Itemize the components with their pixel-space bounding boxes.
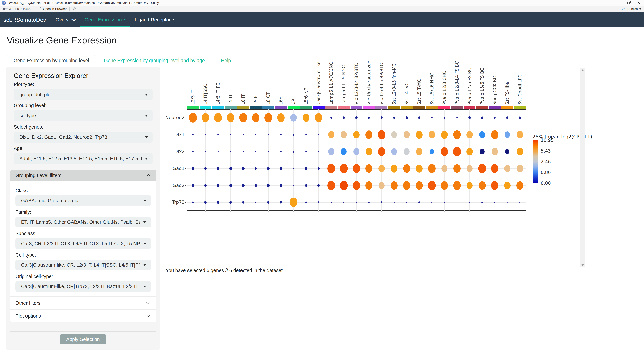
expression-dot xyxy=(418,201,420,203)
expression-dot xyxy=(254,184,257,187)
gene-selection-status: You have selected 6 genes // 6 detected … xyxy=(166,268,282,273)
expression-dot xyxy=(356,202,357,203)
cell-type-select[interactable]: Car3|Claustrum-like, CR, L2/3 IT, L4 IT|… xyxy=(16,260,151,270)
tab-help[interactable]: Help xyxy=(213,55,239,66)
gridline-vertical xyxy=(520,109,520,211)
nav-item-ligand-receptor[interactable]: Ligand-Receptor xyxy=(130,12,179,27)
gridline-horizontal xyxy=(187,202,526,203)
plot-scrollbar[interactable] xyxy=(580,68,585,268)
age-select[interactable]: Adult, E11.5, E12.5, E13.5, E14.5, E15.5… xyxy=(14,153,152,164)
viewer-toolbar: http://127.0.0.1:4482 Open in Browser ⟳ … xyxy=(0,6,644,12)
gridline-vertical xyxy=(306,109,306,211)
tab-gene-expression-by-grouping-level[interactable]: Gene Expression by grouping level xyxy=(7,55,96,66)
original-cell-type-select[interactable]: Car3|Claustrum-like, CR|Trp73, L2/3 IT|B… xyxy=(16,281,151,292)
column-label: Sst|L5/L6 NMC xyxy=(429,29,434,105)
select-genes-select[interactable]: Dlx1, Dlx2, Gad1, Gad2, Neurod2, Trp73 xyxy=(14,132,152,143)
axis-tick xyxy=(318,211,319,212)
column-label: CR xyxy=(291,29,296,105)
grouping-level-filters-header[interactable]: Grouping Level filters xyxy=(10,170,156,181)
restore-button[interactable] xyxy=(623,0,634,5)
nav-item-overview[interactable]: Overview xyxy=(51,12,80,27)
expression-dot xyxy=(479,181,486,190)
expression-dot xyxy=(416,165,422,173)
expression-dot xyxy=(478,164,486,173)
column-label: Vip|Uncharacterized xyxy=(366,29,372,105)
subclass-select[interactable]: Car3, CR, L2/3 IT CTX, L4/5 IT CTX, L5 I… xyxy=(16,238,151,249)
plot-options-panel[interactable]: Plot options xyxy=(10,310,156,322)
refresh-icon[interactable]: ⟳ xyxy=(73,6,76,11)
app-brand[interactable]: scLRSomatoDev xyxy=(0,12,51,27)
axis-tick xyxy=(482,211,482,212)
expression-dot xyxy=(466,182,472,189)
celltype-color-swatch xyxy=(438,106,450,109)
popout-window-icon xyxy=(38,7,42,11)
grouping-level-select[interactable]: celltype xyxy=(14,110,152,121)
expression-dot xyxy=(242,184,244,187)
gridline-vertical xyxy=(432,109,432,211)
column-label: Sst|L2/3-L5 fan-MC xyxy=(392,29,397,105)
expression-dot xyxy=(290,114,297,122)
other-filters-panel[interactable]: Other filters xyxy=(10,297,156,310)
expression-dot xyxy=(305,201,307,203)
apply-selection-button[interactable]: Apply Selection xyxy=(60,334,106,345)
close-button[interactable]: ✕ xyxy=(634,0,644,5)
expression-dot xyxy=(491,164,498,173)
celltype-color-swatch xyxy=(514,106,526,109)
expression-dot xyxy=(267,167,270,170)
tab-gene-expression-by-grouping-level-and-age[interactable]: Gene Expression by grouping level and by… xyxy=(96,55,213,66)
expression-dot xyxy=(242,151,244,152)
axis-tick xyxy=(185,135,186,135)
gridline-vertical xyxy=(507,109,508,211)
gridline-vertical xyxy=(394,109,394,211)
expression-dot xyxy=(444,202,445,203)
family-select[interactable]: ET, IT, Lamp5, Other GABANs, Other GlutN… xyxy=(16,217,151,227)
expression-dot xyxy=(218,151,218,152)
select-caret-icon xyxy=(145,158,148,160)
legend-tick-label: 0.00 xyxy=(541,180,561,186)
select-caret-icon xyxy=(145,115,148,117)
gridline-vertical xyxy=(419,109,420,211)
expression-dot xyxy=(441,131,448,139)
expression-dot xyxy=(192,184,194,187)
gridline-vertical xyxy=(293,109,294,211)
column-label: Lamp5|L1 A7C/CNC xyxy=(328,29,334,105)
column-label: Sst|L4 IVC xyxy=(404,29,410,105)
open-in-browser-button[interactable]: Open in Browser xyxy=(38,7,67,11)
celltype-color-swatch xyxy=(325,106,337,109)
expression-dot xyxy=(353,181,360,190)
celltype-color-swatch xyxy=(501,106,513,109)
gene-expression-explorer-panel: Gene Expression Explorer: Plot type: gro… xyxy=(6,67,160,350)
expression-dot xyxy=(318,167,320,170)
plot-type-select[interactable]: group_dot_plot xyxy=(14,89,152,100)
expression-dot xyxy=(492,148,498,156)
expression-dot xyxy=(189,113,197,123)
scroll-up-icon[interactable] xyxy=(581,69,584,71)
open-in-browser-label: Open in Browser xyxy=(43,7,67,11)
chevron-down-icon xyxy=(124,19,126,20)
expression-dot xyxy=(205,134,206,135)
gridline-vertical xyxy=(494,109,495,211)
original-cell-type-label: Original cell-type: xyxy=(16,274,53,279)
scroll-down-icon[interactable] xyxy=(581,264,584,266)
axis-tick xyxy=(457,211,457,212)
expression-dot xyxy=(331,202,332,203)
publish-button[interactable]: Publish xyxy=(622,7,642,11)
expression-dot xyxy=(255,151,256,152)
celltype-color-swatch xyxy=(313,106,325,109)
expression-dot xyxy=(403,181,410,190)
axis-tick xyxy=(256,211,256,212)
window-titlebar: R D:/scRNA_SEQ/Mathieu-et-al-2024/scLRSo… xyxy=(0,0,644,6)
expression-dot xyxy=(479,131,485,138)
select-caret-icon xyxy=(145,136,148,138)
axis-tick xyxy=(243,211,243,212)
nav-item-gene-expression[interactable]: Gene Expression xyxy=(80,12,130,27)
celltype-color-swatch xyxy=(187,106,199,109)
expression-dot xyxy=(519,116,521,119)
minimize-button[interactable] xyxy=(613,0,623,5)
celltype-color-swatch xyxy=(489,106,500,109)
facet-separator xyxy=(187,143,526,143)
class-select[interactable]: GABAergic, Glutamatergic xyxy=(16,195,151,206)
gridline-vertical xyxy=(406,109,407,211)
expression-dot xyxy=(380,116,382,119)
legend-colorbar xyxy=(533,140,538,183)
